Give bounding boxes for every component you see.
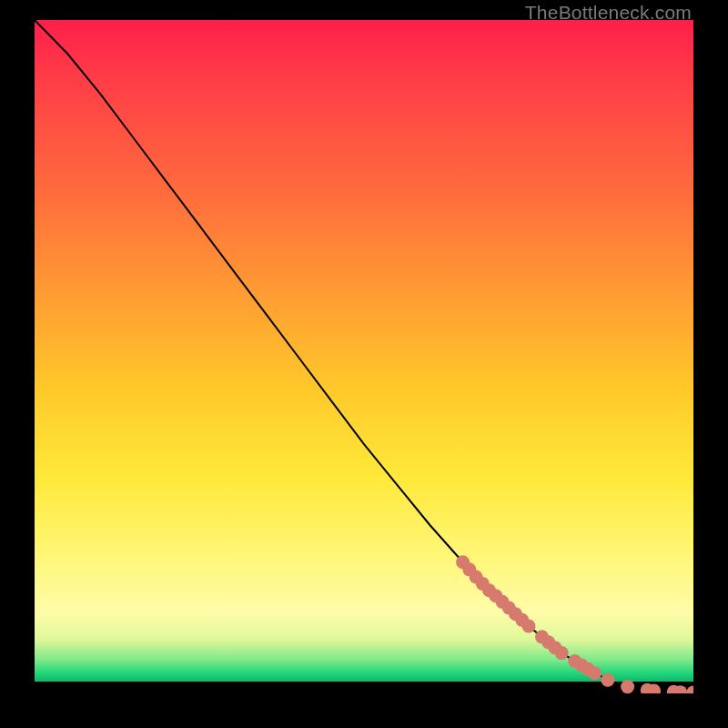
marker-point — [489, 589, 502, 602]
marker-point — [568, 654, 581, 668]
marker-point — [456, 555, 470, 569]
marker-point — [641, 683, 654, 693]
marker-point — [541, 635, 555, 649]
marker-point — [496, 595, 510, 609]
chart-frame: TheBottleneck.com — [0, 0, 728, 728]
marker-point — [470, 570, 483, 583]
marker-point — [667, 685, 681, 693]
marker-point — [621, 680, 634, 693]
curve-line — [35, 20, 693, 693]
marker-point — [535, 630, 549, 643]
marker-point — [509, 607, 522, 621]
marker-point — [476, 577, 490, 591]
marker-point — [502, 602, 516, 615]
marker-point — [522, 620, 536, 633]
marker-point — [555, 646, 569, 660]
marker-point — [588, 666, 602, 680]
marker-point — [601, 673, 614, 687]
marker-point — [548, 641, 561, 654]
marker-point — [574, 658, 588, 672]
curve-markers — [456, 555, 693, 693]
marker-point — [581, 662, 595, 676]
marker-point — [647, 684, 661, 693]
chart-svg — [35, 20, 693, 693]
marker-point — [482, 583, 496, 597]
plot-area — [35, 20, 693, 693]
marker-point — [515, 613, 529, 627]
marker-point — [673, 685, 687, 693]
marker-point — [687, 685, 694, 693]
marker-point — [462, 562, 476, 576]
